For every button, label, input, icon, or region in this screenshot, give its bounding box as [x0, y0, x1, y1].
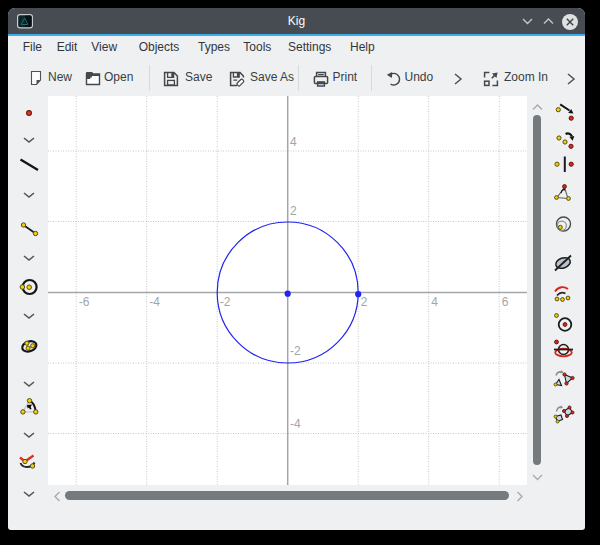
svg-text:2: 2: [290, 204, 297, 218]
svg-text:-6: -6: [79, 295, 90, 309]
svg-text:4: 4: [290, 135, 297, 149]
svg-text:2: 2: [361, 295, 368, 309]
svg-text:-4: -4: [290, 417, 301, 431]
svg-text:-2: -2: [220, 295, 231, 309]
svg-text:-2: -2: [290, 344, 301, 358]
svg-text:6: 6: [502, 295, 509, 309]
svg-text:4: 4: [431, 295, 438, 309]
svg-text:-4: -4: [149, 295, 160, 309]
